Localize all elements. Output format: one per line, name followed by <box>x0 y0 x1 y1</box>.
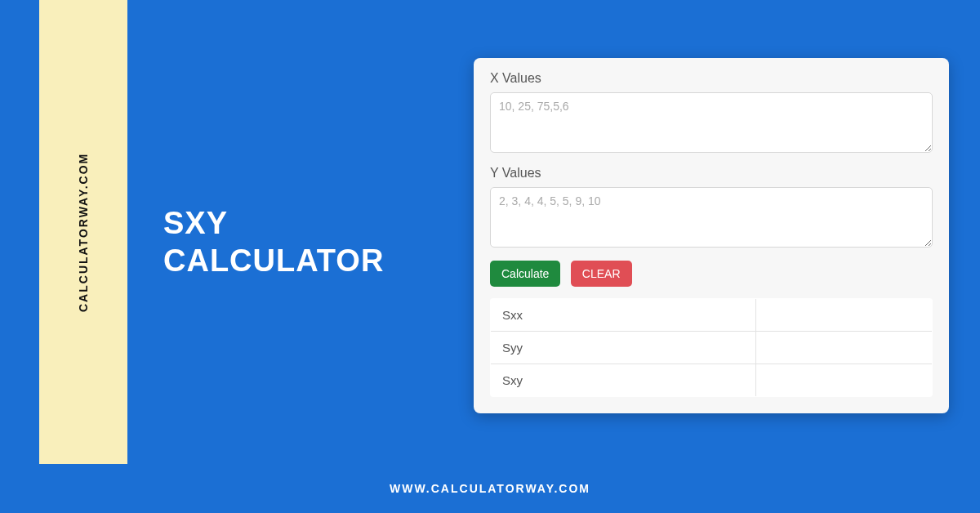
results-table: Sxx Syy Sxy <box>490 298 933 397</box>
result-label-sxx: Sxx <box>491 299 756 332</box>
y-values-group: Y Values <box>490 166 933 251</box>
table-row: Sxy <box>491 364 933 397</box>
result-value-syy <box>755 332 932 364</box>
x-values-label: X Values <box>490 71 933 86</box>
calculator-panel: X Values Y Values Calculate CLEAR Sxx Sy… <box>474 58 949 413</box>
clear-button[interactable]: CLEAR <box>571 261 632 287</box>
footer-url: WWW.CALCULATORWAY.COM <box>0 482 980 495</box>
result-value-sxx <box>755 299 932 332</box>
y-values-label: Y Values <box>490 166 933 181</box>
x-values-group: X Values <box>490 71 933 156</box>
button-row: Calculate CLEAR <box>490 261 933 287</box>
table-row: Syy <box>491 332 933 364</box>
result-label-syy: Syy <box>491 332 756 364</box>
y-values-input[interactable] <box>490 187 933 248</box>
result-label-sxy: Sxy <box>491 364 756 397</box>
calculate-button[interactable]: Calculate <box>490 261 560 287</box>
sidebar-site-label: CALCULATORWAY.COM <box>39 0 127 464</box>
table-row: Sxx <box>491 299 933 332</box>
x-values-input[interactable] <box>490 92 933 153</box>
result-value-sxy <box>755 364 932 397</box>
page-title: SXY CALCULATOR <box>163 205 441 279</box>
